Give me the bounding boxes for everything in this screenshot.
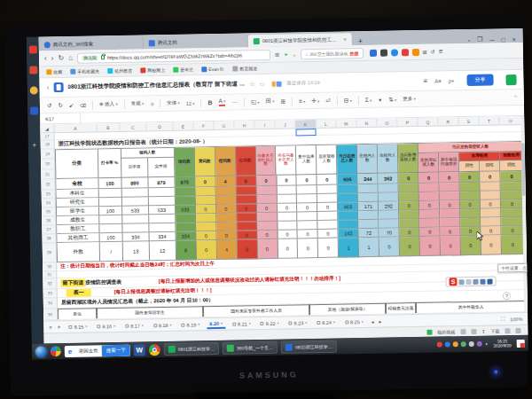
search-go-button[interactable]: 搜索一下 [102,344,130,356]
sidebar-toggle-icon[interactable]: ▫ [468,36,471,43]
help-button[interactable]: ? [503,292,511,300]
volume-icon[interactable]: ◖ [485,341,489,347]
cell-O[interactable] [379,192,399,201]
apps-grid-icon[interactable]: ⊞ [422,49,426,55]
cell-J[interactable] [278,221,298,230]
sheet-scroll-right-icon[interactable]: ▸ [379,318,381,324]
cell-M[interactable]: 463 [338,202,358,211]
column-header-P[interactable]: P [397,118,418,126]
header-should-claim[interactable]: 应申领 [121,158,148,178]
cell-E[interactable] [176,214,196,223]
cell-U[interactable]: 0 [500,171,523,182]
sheet-tab-8.25[interactable]: 8.25▾ [342,318,366,325]
corner-cell[interactable]: ◢ [40,124,54,132]
cell-H[interactable]: 0 [237,204,257,213]
cell-C[interactable]: 334 [122,232,149,242]
cell-O[interactable]: 362 [379,173,399,184]
column-header-C[interactable]: C [120,122,146,131]
column-header-Q[interactable]: Q [418,118,438,126]
sheet-tab-8.23[interactable]: 8.23▾ [286,319,309,326]
close-button[interactable]: × [512,36,516,43]
column-header-R[interactable]: R [438,117,458,125]
cell-S[interactable]: 0 [459,172,480,183]
undo-button[interactable]: ↺ [47,102,52,109]
cell-N[interactable] [359,220,379,229]
refresh-button[interactable]: ↻ [58,54,64,62]
cell-U[interactable]: 0 [501,226,524,235]
cell-I[interactable]: 0 [257,239,278,259]
cell-D[interactable] [149,197,176,207]
tray-icon[interactable] [453,341,458,347]
tab-caret-icon[interactable]: ▾ [221,321,223,325]
text-color-button[interactable]: A [218,98,225,106]
cell-L[interactable] [317,194,338,203]
vertical-align-button[interactable]: ✛ [311,97,319,104]
cell-J[interactable]: 0 [277,175,297,185]
cell-U[interactable]: 0 [501,200,524,208]
doc-back-button[interactable]: ‹ [47,83,50,91]
row-header-25[interactable]: 25 [42,207,55,216]
shield-extension-icon[interactable] [411,48,419,55]
cell-I[interactable] [257,222,278,231]
align-button[interactable]: ≡ [299,98,305,104]
extension-icon[interactable] [379,49,387,56]
tab-caret-icon[interactable]: ▾ [198,322,200,326]
desktop-shortcut-icon[interactable] [29,66,37,74]
sheet-tab-8.22[interactable]: 8.22▾ [258,319,282,326]
cell-O[interactable]: 0 [379,237,400,256]
grid-icon[interactable]: ⊞ [275,51,279,58]
cell-L[interactable] [318,221,339,230]
cell-N[interactable]: 244 [358,174,379,184]
tab-caret-icon[interactable]: ▾ [277,321,278,325]
tab-caret-icon[interactable]: ▾ [249,321,251,325]
cell-O[interactable] [379,219,400,228]
cell-T[interactable]: 0 [481,235,502,254]
cell-C[interactable] [122,197,149,207]
desktop-shortcut-icon[interactable] [28,45,36,53]
sheet-scroll-left-icon[interactable]: ◂ [372,318,374,324]
row-header-27[interactable]: 27 [42,225,55,234]
cell-G[interactable]: 4 [215,176,236,187]
tab-caret-icon[interactable]: ▾ [170,323,172,327]
bookmark-item[interactable]: 杭州教育 [107,68,132,74]
borders-button[interactable]: 田 [265,98,274,106]
cell-R[interactable] [440,183,460,192]
cell-P[interactable]: 0 [400,237,420,256]
cell-S[interactable]: 0 [460,200,481,209]
cell-K[interactable]: 0 [298,239,318,258]
column-header-U[interactable]: U [499,116,522,124]
bottom-header[interactable]: 其中外籍华人 [416,301,526,313]
cell-M[interactable]: 1 [339,238,359,257]
cell-F[interactable] [195,196,215,205]
word-icon[interactable]: W [134,344,145,356]
cell-I[interactable] [256,195,277,204]
bookmark-item[interactable]: 网校网上 [140,67,165,73]
bottom-header[interactable]: 经核查无法落 [386,302,416,314]
cell-P[interactable] [399,210,419,219]
tab-caret-icon[interactable]: ▾ [362,319,364,324]
cell-C[interactable]: 533 [122,206,149,215]
cell-K[interactable]: 0 [297,175,317,185]
row-header-35[interactable]: 35 [43,309,57,320]
cell-E[interactable]: 334 [176,231,196,240]
cell-D[interactable] [149,215,176,224]
cell-C[interactable]: 13 [123,241,150,262]
row-header-21[interactable]: 21 [41,169,54,179]
column-header-K[interactable]: K [295,120,316,128]
cell-O[interactable] [379,184,399,192]
row-header-26[interactable]: 26 [42,216,55,225]
number-format-menu[interactable]: 常规 [131,100,145,106]
fullscreen-icon[interactable]: ⛶ [501,316,505,322]
font-size-menu[interactable]: 12 [186,100,195,106]
bookmark-item[interactable]: Evan R: [201,66,224,72]
cell-P[interactable]: 0 [399,173,419,184]
trending-search-text[interactable]: 谢园去世 [75,348,102,355]
row-header-24[interactable]: 24 [42,199,55,207]
sheet-tab-8.16[interactable]: 8.16▾ [94,322,118,329]
cell-D[interactable]: 334 [149,232,176,242]
sheet-tab-8.24[interactable]: 8.24▾ [314,318,338,325]
tray-icon[interactable] [445,341,450,347]
cell-T[interactable]: 0 [480,171,500,182]
cell-D[interactable] [149,223,176,233]
cell-F[interactable] [195,187,215,196]
